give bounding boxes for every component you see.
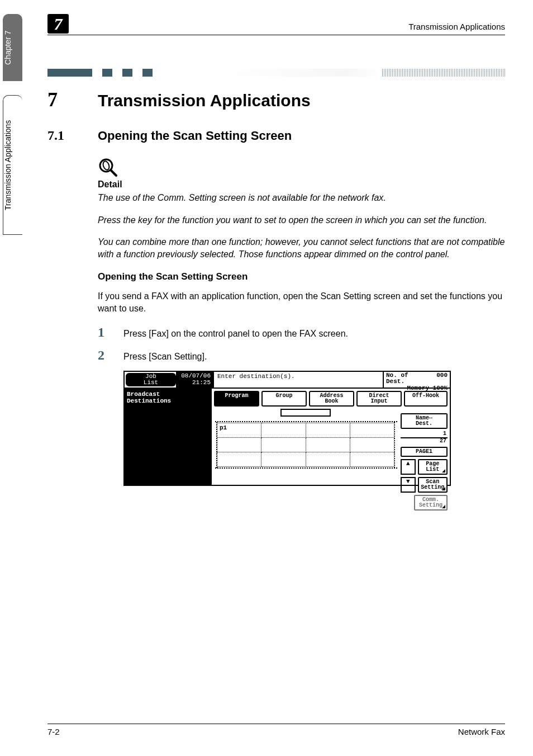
page-content: 7 Transmission Applications 7 Transmissi… [47,0,505,486]
fax-topbar: Job List 08/07/06 21:25 Enter destinatio… [125,372,450,389]
tab-direct-input[interactable]: Direct Input [356,391,402,407]
grid-cell[interactable] [261,452,306,466]
chapter-title-number: 7 [47,88,98,111]
tab-program[interactable]: Program [214,391,259,407]
section-title-text: Opening the Scan Setting Screen [98,129,292,143]
running-header: 7 Transmission Applications [47,14,505,35]
step-1-text: Press [Fax] on the control panel to open… [123,328,348,340]
grid-cell[interactable] [350,437,394,452]
fax-body: Broadcast Destinations Program Group Add… [125,389,450,485]
destination-grid-table: p1 [217,423,394,467]
page-up-button[interactable]: ▲ [401,459,416,475]
chapter-title: 7 Transmission Applications [47,88,505,111]
name-dest-toggle-button[interactable]: Name↔ Dest. [401,413,448,429]
search-input-slot[interactable] [280,409,331,417]
fax-screen: Job List 08/07/06 21:25 Enter destinatio… [123,371,451,486]
grid-cell[interactable] [217,437,261,452]
step-2-number: 2 [98,348,123,363]
page-list-button[interactable]: Page List [418,459,448,475]
search-row [214,409,397,417]
fax-side-controls: Name↔ Dest. 1 27 PAGE1 ▲ Page List [401,413,448,511]
fax-status-box: No. of Dest. 000 Memory 100% [384,372,450,388]
detail-paragraph-2: Press the key for the function you want … [98,214,505,226]
tab-address-book[interactable]: Address Book [309,391,354,407]
grid-cell[interactable] [217,452,261,466]
no-of-dest-label: No. of Dest. [386,372,408,385]
grid-cell[interactable] [261,423,306,437]
grid-cell-p1[interactable]: p1 [217,423,261,437]
chapter-number-box: 7 [47,14,69,34]
page1-button[interactable]: PAGE1 [401,447,448,457]
job-list-button[interactable]: Job List [126,373,176,386]
fax-date-time: 08/07/06 21:25 [176,372,213,388]
destination-grid: p1 [214,420,397,470]
grid-cell[interactable] [350,423,394,437]
page-footer: 7-2 Network Fax [47,724,505,736]
detail-paragraph-1: The use of the Comm. Setting screen is n… [98,192,505,204]
page-indicator-current: 1 [401,431,448,438]
tab-group[interactable]: Group [261,391,307,407]
side-tab-section: Transmission Applications [3,95,22,235]
broadcast-destinations-panel: Broadcast Destinations [125,389,212,485]
page-down-button[interactable]: ▼ [401,477,416,493]
step-1: 1 Press [Fax] on the control panel to op… [98,325,505,340]
page-indicator-total: 27 [401,438,448,445]
step-1-number: 1 [98,325,123,340]
intro-paragraph: If you send a FAX with an application fu… [98,290,505,314]
detail-heading: Detail [98,179,505,190]
footer-page-number: 7-2 [47,727,60,736]
grid-cell[interactable] [350,452,394,466]
grid-cell[interactable] [306,437,350,452]
fax-tab-row: Program Group Address Book Direct Input … [214,391,448,407]
svg-point-1 [102,160,111,171]
grid-cell[interactable] [306,452,350,466]
fax-time: 21:25 [192,380,211,386]
footer-doc-title: Network Fax [458,727,505,736]
section-title-number: 7.1 [47,128,98,143]
fax-center-panel: Program Group Address Book Direct Input … [212,389,450,485]
no-of-dest-value: 000 [436,372,448,385]
grid-cell[interactable] [306,423,350,437]
step-2-text: Press [Scan Setting]. [123,351,207,363]
side-tab-chapter: Chapter 7 [3,14,22,81]
magnifier-icon [98,157,505,178]
detail-paragraph-3: You can combine more than one function; … [98,236,505,260]
side-tabs-container: Chapter 7 Transmission Applications [0,0,39,756]
comm-setting-button[interactable]: Comm. Setting [414,495,448,511]
grid-cell[interactable] [261,437,306,452]
section-title: 7.1 Opening the Scan Setting Screen [47,128,505,143]
running-header-title: Transmission Applications [408,22,505,34]
decorative-stripe-bar [47,69,505,77]
subsection-title: Opening the Scan Setting Screen [98,271,505,282]
chapter-title-text: Transmission Applications [98,91,311,110]
scan-setting-button[interactable]: Scan Setting [418,477,448,493]
svg-line-2 [111,170,116,176]
fax-date: 08/07/06 [181,373,211,380]
fax-screen-figure: Job List 08/07/06 21:25 Enter destinatio… [123,371,505,486]
step-2: 2 Press [Scan Setting]. [98,348,505,363]
fax-prompt: Enter destination(s). [213,372,384,388]
off-hook-button[interactable]: Off-Hook [404,391,448,407]
